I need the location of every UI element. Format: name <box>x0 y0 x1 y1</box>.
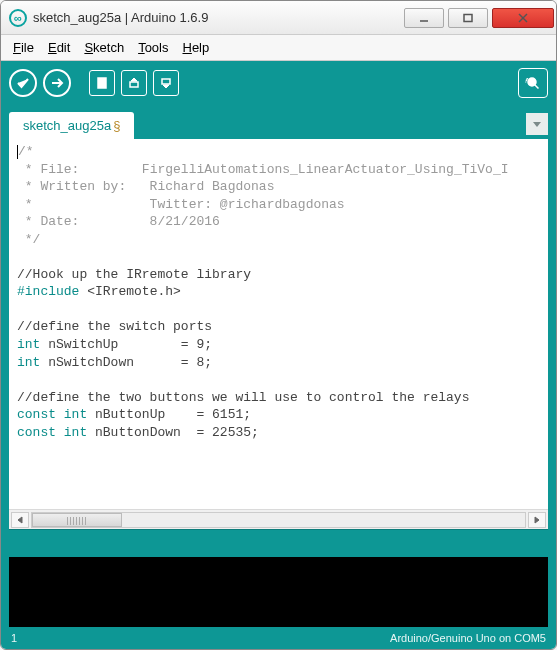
window-controls <box>404 8 554 28</box>
menu-file[interactable]: File <box>7 38 40 57</box>
close-button[interactable] <box>492 8 554 28</box>
save-button[interactable] <box>153 70 179 96</box>
editor-area: /* * File: FirgelliAutomations_LinearAct… <box>1 139 556 627</box>
serial-monitor-button[interactable] <box>518 68 548 98</box>
tab-sketch[interactable]: sketch_aug25a§ <box>9 112 134 139</box>
console-output[interactable] <box>9 557 548 627</box>
message-bar <box>9 529 548 557</box>
arduino-icon <box>9 9 27 27</box>
menu-sketch[interactable]: Sketch <box>78 38 130 57</box>
open-button[interactable] <box>121 70 147 96</box>
upload-button[interactable] <box>43 69 71 97</box>
tab-menu-button[interactable] <box>526 113 548 135</box>
status-board: Arduino/Genuino Uno on COM5 <box>390 632 546 644</box>
minimize-button[interactable] <box>404 8 444 28</box>
toolbar <box>1 61 556 105</box>
titlebar: sketch_aug25a | Arduino 1.6.9 <box>1 1 556 35</box>
verify-button[interactable] <box>9 69 37 97</box>
horizontal-scrollbar <box>9 509 548 529</box>
menu-tools[interactable]: Tools <box>132 38 174 57</box>
scroll-track[interactable] <box>31 512 526 528</box>
svg-rect-1 <box>464 14 472 21</box>
scroll-left-button[interactable] <box>11 512 29 528</box>
tab-row: sketch_aug25a§ <box>1 105 556 139</box>
window-title: sketch_aug25a | Arduino 1.6.9 <box>33 10 404 25</box>
menu-edit[interactable]: Edit <box>42 38 76 57</box>
tab-label: sketch_aug25a <box>23 118 111 133</box>
status-line-number: 1 <box>11 632 17 644</box>
code-editor[interactable]: /* * File: FirgelliAutomations_LinearAct… <box>9 139 548 509</box>
scroll-thumb[interactable] <box>32 513 122 527</box>
app-window: sketch_aug25a | Arduino 1.6.9 File Edit … <box>0 0 557 650</box>
new-button[interactable] <box>89 70 115 96</box>
svg-line-9 <box>535 85 539 89</box>
scroll-right-button[interactable] <box>528 512 546 528</box>
menu-help[interactable]: Help <box>176 38 215 57</box>
menubar: File Edit Sketch Tools Help <box>1 35 556 61</box>
maximize-button[interactable] <box>448 8 488 28</box>
svg-point-8 <box>528 78 536 86</box>
tab-dirty-icon: § <box>113 118 120 133</box>
status-bar: 1 Arduino/Genuino Uno on COM5 <box>1 627 556 649</box>
